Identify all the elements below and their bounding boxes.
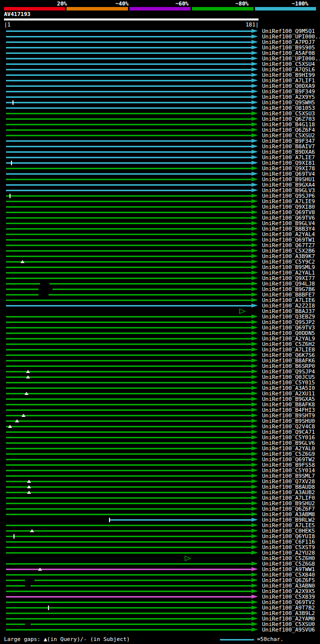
alignment-bar[interactable] — [6, 387, 252, 389]
alignment-bar[interactable] — [6, 118, 252, 120]
alignment-bar[interactable] — [6, 201, 252, 202]
alignment-bar[interactable] — [6, 234, 252, 235]
alignment-bar[interactable] — [6, 613, 252, 614]
alignment-bar[interactable] — [6, 157, 252, 158]
alignment-bar[interactable] — [6, 228, 252, 230]
alignment-bar[interactable] — [6, 415, 252, 416]
alignment-bar[interactable] — [110, 519, 252, 521]
alignment-bar[interactable] — [6, 190, 252, 191]
alignment-bar[interactable] — [6, 486, 252, 488]
alignment-bar[interactable] — [6, 322, 252, 323]
alignment-bar[interactable] — [6, 58, 252, 59]
alignment-bar[interactable] — [6, 475, 252, 477]
alignment-bar[interactable] — [6, 360, 252, 361]
alignment-bar[interactable] — [6, 41, 252, 43]
alignment-bar[interactable] — [6, 85, 252, 87]
alignment-bar[interactable] — [6, 261, 252, 263]
alignment-bar[interactable] — [6, 36, 252, 37]
alignment-bar[interactable] — [6, 371, 252, 372]
alignment-bar[interactable] — [6, 129, 252, 131]
alignment-bar[interactable] — [6, 107, 252, 109]
alignment-bar[interactable] — [6, 420, 252, 422]
alignment-bar[interactable] — [6, 250, 252, 252]
alignment-bar[interactable] — [6, 91, 252, 92]
alignment-bar[interactable] — [6, 618, 252, 620]
alignment-bar[interactable] — [6, 206, 252, 208]
alignment-bar[interactable] — [6, 470, 252, 471]
alignment-bar[interactable] — [6, 47, 252, 48]
alignment-bar[interactable] — [6, 382, 252, 383]
alignment-bar[interactable] — [6, 332, 252, 334]
alignment-bar[interactable] — [6, 239, 252, 241]
alignment-bar[interactable] — [6, 327, 252, 328]
alignment-bar[interactable] — [6, 503, 252, 504]
alignment-bar[interactable] — [6, 426, 252, 427]
alignment-bar[interactable] — [6, 431, 252, 433]
alignment-bar[interactable] — [6, 393, 252, 394]
alignment-bar[interactable] — [6, 195, 252, 197]
alignment-bar[interactable] — [6, 453, 252, 455]
alignment-bar[interactable] — [6, 173, 252, 175]
alignment-bar[interactable] — [6, 437, 252, 438]
alignment-bar[interactable] — [6, 585, 252, 587]
alignment-bar[interactable] — [6, 69, 252, 70]
alignment-bar[interactable] — [6, 404, 252, 405]
alignment-bar[interactable] — [6, 162, 252, 164]
alignment-bar[interactable] — [6, 508, 252, 510]
alignment-bar[interactable] — [6, 569, 252, 570]
alignment-bar[interactable] — [6, 151, 252, 153]
alignment-bar[interactable] — [6, 629, 252, 631]
alignment-bar[interactable] — [6, 63, 252, 65]
alignment-bar[interactable] — [6, 541, 252, 543]
alignment-bar[interactable] — [6, 448, 252, 449]
alignment-bar[interactable] — [6, 574, 252, 576]
alignment-bar[interactable] — [6, 52, 252, 54]
alignment-bar[interactable] — [6, 607, 252, 609]
alignment-bar[interactable] — [6, 596, 252, 598]
alignment-bar[interactable] — [6, 398, 252, 400]
alignment-bar[interactable] — [6, 409, 252, 411]
alignment-bar[interactable] — [6, 272, 252, 274]
alignment-bar[interactable] — [6, 602, 252, 603]
alignment-bar[interactable] — [6, 338, 252, 339]
alignment-bar[interactable] — [6, 343, 252, 345]
alignment-bar[interactable] — [6, 135, 252, 136]
alignment-bar[interactable] — [6, 530, 252, 532]
alignment-bar[interactable] — [6, 217, 252, 219]
alignment-bar[interactable] — [6, 102, 252, 103]
alignment-bar[interactable] — [6, 212, 252, 213]
alignment-bar[interactable] — [6, 349, 252, 350]
alignment-bar[interactable] — [6, 552, 252, 554]
alignment-bar[interactable] — [6, 146, 252, 147]
alignment-bar[interactable] — [6, 481, 252, 482]
alignment-bar[interactable] — [6, 547, 252, 548]
alignment-bar[interactable] — [6, 74, 252, 76]
alignment-bar[interactable] — [6, 96, 252, 98]
alignment-bar[interactable] — [6, 459, 252, 460]
alignment-bar[interactable] — [6, 140, 252, 142]
alignment-bar[interactable] — [6, 624, 252, 625]
alignment-bar[interactable] — [6, 223, 252, 224]
alignment-bar[interactable] — [6, 80, 252, 81]
alignment-bar[interactable] — [6, 184, 252, 186]
alignment-bar[interactable] — [6, 245, 252, 246]
alignment-bar[interactable] — [6, 492, 252, 493]
alignment-bar[interactable] — [6, 30, 252, 32]
alignment-bar[interactable] — [6, 113, 252, 114]
alignment-bar[interactable] — [6, 580, 252, 581]
alignment-bar[interactable] — [6, 591, 252, 592]
alignment-bar[interactable] — [6, 497, 252, 499]
alignment-bar[interactable] — [6, 168, 252, 169]
alignment-bar[interactable] — [6, 316, 252, 318]
alignment-bar[interactable] — [6, 525, 252, 526]
alignment-bar[interactable] — [6, 442, 252, 444]
alignment-bar[interactable] — [6, 376, 252, 378]
alignment-bar[interactable] — [6, 300, 252, 301]
alignment-bar[interactable] — [6, 305, 252, 307]
hit-label[interactable]: UniRef100_A9SVU6 — [262, 627, 315, 633]
alignment-bar[interactable] — [6, 179, 252, 180]
alignment-bar[interactable] — [6, 124, 252, 125]
alignment-bar[interactable] — [6, 365, 252, 367]
alignment-bar[interactable] — [6, 354, 252, 356]
alignment-bar[interactable] — [6, 464, 252, 466]
